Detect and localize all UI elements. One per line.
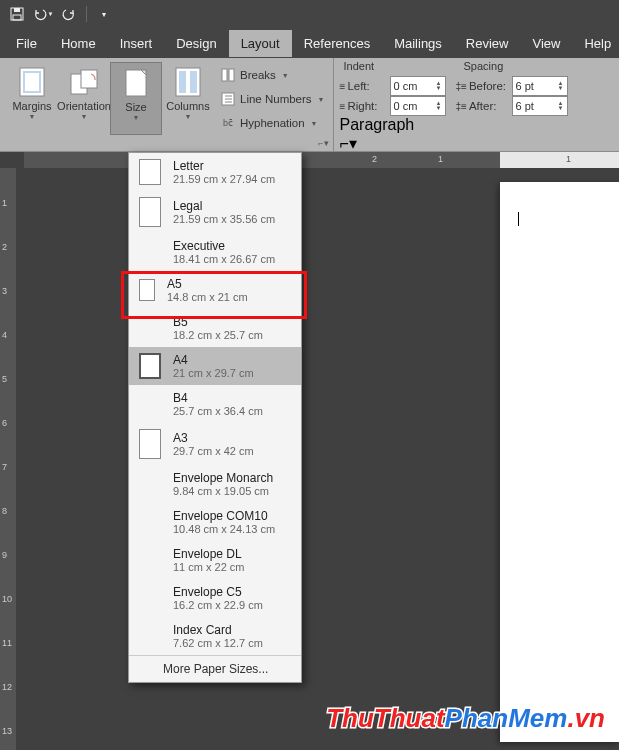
size-dim: 18.2 cm x 25.7 cm [173,329,263,341]
menu-home[interactable]: Home [49,30,108,57]
columns-icon [172,66,204,98]
ribbon-layout: Margins ▼ Orientation ▼ Size ▼ [0,58,619,152]
indent-right-value: 0 cm [394,100,418,112]
menu-file[interactable]: File [4,30,49,57]
ruler-tick: 12 [2,682,12,692]
breaks-label: Breaks [240,69,276,81]
size-name: B4 [173,391,263,405]
size-option-a3[interactable]: A329.7 cm x 42 cm [129,423,301,465]
page-thumb-icon [139,159,161,185]
menu-references[interactable]: References [292,30,382,57]
size-name: Legal [173,199,275,213]
ruler-tick: 7 [2,462,7,472]
redo-icon[interactable] [58,3,80,25]
size-option-a5[interactable]: A514.8 cm x 21 cm [129,271,301,309]
page-thumb-icon [139,279,155,301]
size-dim: 18.41 cm x 26.67 cm [173,253,275,265]
size-name: B5 [173,315,263,329]
size-name: Envelope DL [173,547,245,561]
spinner-arrows-icon[interactable]: ▲▼ [558,81,564,91]
quick-access-toolbar: ▼ ▾ [0,0,619,28]
menu-insert[interactable]: Insert [108,30,165,57]
page-thumb-icon [139,353,161,379]
columns-button[interactable]: Columns ▼ [162,62,214,135]
size-dim: 25.7 cm x 36.4 cm [173,405,263,417]
size-label: Size [125,101,146,113]
size-option-env-com10[interactable]: Envelope COM1010.48 cm x 24.13 cm [129,503,301,541]
size-option-index-card[interactable]: Index Card7.62 cm x 12.7 cm [129,617,301,655]
separator [86,6,87,22]
size-name: Index Card [173,623,263,637]
size-button[interactable]: Size ▼ [110,62,162,135]
indent-right-input[interactable]: 0 cm ▲▼ [390,96,446,116]
vertical-ruler[interactable]: 1 2 3 4 5 6 7 8 9 10 11 12 13 [0,168,16,750]
size-option-executive[interactable]: Executive18.41 cm x 26.67 cm [129,233,301,271]
undo-icon[interactable]: ▼ [32,3,54,25]
breaks-button[interactable]: Breaks ▼ [216,64,329,86]
orientation-button[interactable]: Orientation ▼ [58,62,110,135]
ruler-tick: 13 [2,726,12,736]
line-numbers-button[interactable]: Line Numbers ▼ [216,88,329,110]
spinner-arrows-icon[interactable]: ▲▼ [436,81,442,91]
size-dim: 21.59 cm x 27.94 cm [173,173,275,185]
size-option-letter[interactable]: Letter21.59 cm x 27.94 cm [129,153,301,191]
ruler-tick: 9 [2,550,7,560]
hyphenation-button[interactable]: bc̄ Hyphenation ▼ [216,112,329,134]
spacing-after-label: ‡≡ After: [456,100,508,112]
menu-layout[interactable]: Layout [229,30,292,57]
chevron-down-icon: ▼ [81,113,88,120]
page-setup-group: Margins ▼ Orientation ▼ Size ▼ [0,58,333,151]
chevron-down-icon: ▼ [185,113,192,120]
indent-left-label: ≡ Left: [340,80,386,92]
text-cursor [518,212,519,226]
size-name: Envelope COM10 [173,509,275,523]
size-name: Envelope C5 [173,585,263,599]
spacing-before-input[interactable]: 6 pt ▲▼ [512,76,568,96]
save-icon[interactable] [6,3,28,25]
margins-button[interactable]: Margins ▼ [6,62,58,135]
ruler-mark: 2 [372,154,377,164]
breaks-icon [220,67,236,83]
ruler-tick: 8 [2,506,7,516]
size-option-env-dl[interactable]: Envelope DL11 cm x 22 cm [129,541,301,579]
page-thumb-icon [139,197,161,227]
indent-left-input[interactable]: 0 cm ▲▼ [390,76,446,96]
svg-rect-11 [222,69,227,81]
size-name: Envelope Monarch [173,471,273,485]
size-dim: 7.62 cm x 12.7 cm [173,637,263,649]
orientation-icon [68,66,100,98]
qat-customize-icon[interactable]: ▾ [93,3,115,25]
size-option-env-c5[interactable]: Envelope C516.2 cm x 22.9 cm [129,579,301,617]
svg-rect-12 [229,69,234,81]
size-option-env-monarch[interactable]: Envelope Monarch9.84 cm x 19.05 cm [129,465,301,503]
size-option-b5[interactable]: B518.2 cm x 25.7 cm [129,309,301,347]
horizontal-ruler[interactable]: 2 1 1 [24,152,619,168]
orientation-label: Orientation [57,100,111,112]
page-setup-dialog-launcher[interactable]: ⌐▾ [318,138,328,148]
spacing-after-input[interactable]: 6 pt ▲▼ [512,96,568,116]
hyphenation-label: Hyphenation [240,117,305,129]
chevron-down-icon: ▼ [311,120,318,127]
chevron-down-icon: ▼ [318,96,325,103]
spacing-before-icon: ‡≡ [456,81,467,92]
more-paper-sizes[interactable]: More Paper Sizes... [129,655,301,682]
paragraph-dialog-launcher[interactable]: ⌐▾ [340,134,613,153]
svg-rect-7 [126,70,146,96]
size-option-a4[interactable]: A421 cm x 29.7 cm [129,347,301,385]
menu-mailings[interactable]: Mailings [382,30,454,57]
menu-review[interactable]: Review [454,30,521,57]
size-option-legal[interactable]: Legal21.59 cm x 35.56 cm [129,191,301,233]
spinner-arrows-icon[interactable]: ▲▼ [558,101,564,111]
indent-right-icon: ≡ [340,101,346,112]
spacing-before-label: ‡≡ Before: [456,80,508,92]
menu-design[interactable]: Design [164,30,228,57]
menu-help[interactable]: Help [572,30,619,57]
document-page[interactable] [500,182,619,742]
margins-label: Margins [12,100,51,112]
size-option-b4[interactable]: B425.7 cm x 36.4 cm [129,385,301,423]
spinner-arrows-icon[interactable]: ▲▼ [436,101,442,111]
size-dim: 21 cm x 29.7 cm [173,367,254,379]
indent-left-icon: ≡ [340,81,346,92]
ruler-tick: 1 [2,198,7,208]
menu-view[interactable]: View [520,30,572,57]
